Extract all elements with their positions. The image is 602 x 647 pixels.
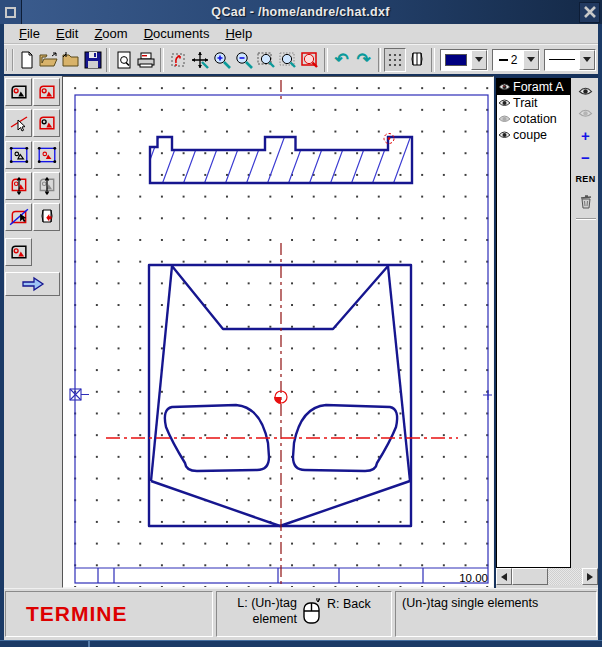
redraw-button[interactable] [167, 48, 189, 72]
layer-list-toggle-button[interactable] [406, 48, 428, 72]
untag-intersected-button[interactable] [33, 172, 60, 200]
tag-intersected-button[interactable] [5, 172, 32, 200]
tag-all-icon [37, 84, 57, 100]
tool-hint-text: (Un-)tag single elements [402, 596, 538, 610]
centerlines [106, 80, 458, 585]
line-style-combobox[interactable] [544, 49, 596, 71]
style-dropdown-button[interactable] [579, 50, 595, 70]
layer-list[interactable]: Foramt A Trait cotation coupe [496, 78, 571, 568]
menu-edit[interactable]: Edit [53, 24, 91, 43]
color-dropdown-button[interactable] [471, 50, 487, 70]
layer-list-scrollbar[interactable] [496, 568, 598, 585]
new-button[interactable] [16, 48, 38, 72]
layer-panel: Foramt A Trait cotation coupe [496, 78, 598, 588]
menu-help[interactable]: Help [222, 24, 265, 43]
canvas-grid[interactable]: 10.00 [63, 77, 493, 587]
untag-window-button[interactable] [33, 141, 60, 169]
pick-element-button[interactable] [5, 109, 32, 137]
tag-element-button[interactable] [33, 109, 60, 137]
menu-file[interactable]: File [16, 24, 53, 43]
trash-icon [579, 194, 593, 209]
rename-layer-button[interactable]: REN [576, 170, 596, 188]
system-menu-button[interactable] [0, 0, 22, 24]
scrollbar-track[interactable] [548, 568, 582, 585]
print-icon [136, 51, 156, 69]
eye-icon [498, 98, 511, 108]
layer-buttons-column: + − REN [573, 78, 598, 568]
undo-button[interactable]: ↶ [331, 48, 353, 72]
scroll-left-button[interactable] [496, 568, 512, 585]
tag-all-button[interactable] [33, 78, 60, 106]
edge-marker-right [483, 390, 492, 400]
color-combobox[interactable] [440, 49, 488, 71]
action-status-text: TERMINE [6, 602, 128, 626]
close-button[interactable] [579, 2, 600, 23]
invert-tag-button[interactable] [5, 203, 32, 231]
mouse-right-help: R: Back [327, 596, 371, 636]
toolbar-separator [106, 48, 110, 72]
grid-toggle-button[interactable] [384, 48, 406, 72]
layer-name: cotation [513, 112, 557, 126]
grid-icon [387, 52, 403, 68]
redo-icon: ↷ [357, 51, 371, 68]
folder-import-button[interactable] [60, 48, 82, 72]
open-button[interactable] [38, 48, 60, 72]
scrollbar-thumb[interactable] [512, 568, 548, 585]
print-button[interactable] [135, 48, 157, 72]
zoom-out-icon [234, 50, 254, 70]
untag-all-button[interactable] [5, 78, 32, 106]
toolbar-handle[interactable] [6, 49, 14, 71]
new-icon [18, 51, 36, 69]
remove-layer-button[interactable]: − [576, 148, 596, 166]
plus-icon: + [581, 128, 590, 143]
save-button[interactable] [82, 48, 104, 72]
hide-all-layers-button[interactable] [576, 104, 596, 122]
continue-button[interactable] [5, 272, 60, 296]
untag-all-icon [9, 84, 29, 100]
pan-button[interactable] [189, 48, 211, 72]
untag-window-icon [37, 146, 57, 164]
toolbar-separator [324, 48, 328, 72]
layer-row[interactable]: coupe [497, 127, 570, 143]
zoom-window-button[interactable] [255, 48, 277, 72]
zoom-previous-button[interactable] [299, 48, 321, 72]
status-action-cell: TERMINE [5, 591, 213, 637]
menu-zoom[interactable]: Zoom [91, 24, 140, 43]
tool-hint-cell: (Un-)tag single elements [395, 591, 597, 637]
eye-icon [498, 82, 511, 92]
close-icon [584, 6, 596, 18]
zoom-out-button[interactable] [233, 48, 255, 72]
print-preview-button[interactable] [113, 48, 135, 72]
rename-label: REN [576, 174, 596, 184]
tag-window-button[interactable] [5, 141, 32, 169]
menu-documents[interactable]: Documents [141, 24, 223, 43]
show-all-layers-button[interactable] [576, 82, 596, 100]
line-style-sample [549, 59, 575, 60]
delete-layer-button[interactable] [576, 192, 596, 210]
layer-row[interactable]: Foramt A [497, 79, 570, 95]
mouse-left-help: L: (Un-)tag element [237, 596, 297, 636]
layer-row[interactable]: cotation [497, 111, 570, 127]
save-icon [84, 51, 102, 69]
redo-button[interactable]: ↷ [353, 48, 375, 72]
add-layer-button[interactable]: + [576, 126, 596, 144]
scroll-right-button[interactable] [582, 568, 598, 585]
main-toolbar: ↶ ↷ 2 [4, 44, 598, 74]
window-title: QCad - /home/andre/chat.dxf [22, 5, 579, 19]
eye-icon [578, 86, 593, 97]
zoom-previous-icon [300, 50, 320, 70]
zoom-auto-button[interactable] [277, 48, 299, 72]
zoom-in-button[interactable] [211, 48, 233, 72]
line-width-combobox[interactable]: 2 [492, 49, 540, 71]
pick-element-icon [9, 114, 29, 132]
tag-single-button[interactable] [5, 238, 32, 266]
drawing-canvas[interactable]: 10.00 [62, 76, 494, 588]
layer-row[interactable]: Trait [497, 95, 570, 111]
tag-intersected-icon [9, 177, 29, 195]
tag-layer-button[interactable] [33, 203, 60, 231]
width-dropdown-button[interactable] [523, 50, 539, 70]
layer-name: Foramt A [513, 80, 564, 94]
eye-icon [498, 130, 511, 140]
invert-tag-icon [9, 208, 29, 226]
cat-face [149, 265, 411, 526]
